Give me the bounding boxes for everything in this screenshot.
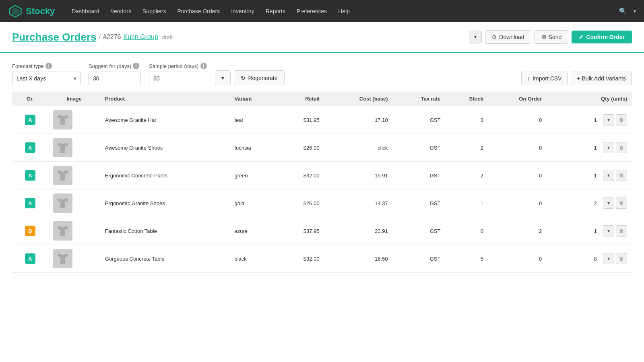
sample-period-input[interactable] — [149, 72, 201, 85]
cell-retail: $26.00 — [278, 134, 324, 162]
sample-period-info-icon[interactable]: i — [200, 63, 207, 69]
cell-on-order: 0 — [488, 245, 547, 273]
cell-variant: teal — [229, 106, 278, 134]
cell-tax-rate: GST — [393, 189, 446, 217]
nav-preferences[interactable]: Preferences — [292, 5, 332, 18]
cell-tax-rate: GST — [393, 134, 446, 162]
col-header-tax-rate: Tax rate — [393, 92, 446, 106]
nav-purchase-orders[interactable]: Purchase Orders — [172, 5, 225, 18]
product-image — [53, 249, 72, 268]
cell-stock: 2 — [445, 134, 488, 162]
group-badge: A — [25, 142, 35, 153]
qty-dropdown-button[interactable]: ▾ — [603, 225, 614, 237]
table-row: A Ergonomic Granite Shoes gold $26.00 14… — [12, 189, 632, 217]
group-badge: A — [25, 253, 35, 264]
cell-product: Fantastic Cotton Table — [100, 217, 230, 245]
cell-on-order: 0 — [488, 134, 547, 162]
col-header-product: Product — [100, 92, 230, 106]
suggest-days-info-icon[interactable]: i — [133, 63, 139, 69]
nav-suppliers[interactable]: Suppliers — [138, 5, 171, 18]
nav-help[interactable]: Help — [333, 5, 355, 18]
send-button[interactable]: ✉ Send — [535, 30, 569, 44]
filter-button[interactable]: ▼ — [215, 70, 231, 85]
user-menu-arrow[interactable]: ▾ — [634, 8, 636, 14]
regenerate-button[interactable]: ↻ Regenerate — [234, 70, 284, 85]
qty-dropdown-button[interactable]: ▾ — [603, 170, 614, 181]
cell-qty: 2 ▾ 🗑 — [547, 189, 632, 217]
cell-tax-rate: GST — [393, 106, 446, 134]
breadcrumb: Purchase Orders / #2276 Kuhn Group draft — [12, 31, 173, 43]
qty-delete-button[interactable]: 🗑 — [616, 225, 627, 237]
table-row: B Fantastic Cotton Table azure $37.95 20… — [12, 217, 632, 245]
download-button[interactable]: ⊙ Download — [485, 30, 531, 44]
cell-gr: A — [12, 245, 48, 273]
forecast-type-select-wrapper: Last X days Last 30 days Last 60 days La… — [12, 72, 80, 85]
cell-cost: 15.91 — [324, 162, 393, 189]
supplier-link[interactable]: Kuhn Group — [124, 33, 158, 41]
confirm-order-button[interactable]: ✔ Confirm Order — [572, 31, 632, 43]
product-image — [53, 221, 72, 241]
qty-delete-button[interactable]: 🗑 — [616, 197, 627, 209]
table-row: A Awesome Granite Shoes fuchsia $26.00 c… — [12, 134, 632, 162]
logo-text: Stocky — [26, 6, 55, 16]
suggest-days-label: Suggest for (days) i — [89, 63, 141, 69]
main-nav: Stocky Dashboard Vendors Suppliers Purch… — [0, 0, 644, 22]
table-row: A Ergonomic Concrete Pants green $32.00 … — [12, 162, 632, 189]
nav-inventory[interactable]: Inventory — [226, 5, 259, 18]
qty-value: 2 — [589, 200, 601, 206]
import-csv-icon: ↑ — [527, 75, 530, 82]
qty-dropdown-button[interactable]: ▾ — [603, 197, 614, 209]
cell-qty: 1 ▾ 🗑 — [547, 217, 632, 245]
cell-image — [48, 245, 100, 273]
cell-stock: 1 — [445, 189, 488, 217]
cell-image — [48, 162, 100, 189]
table-body: A Awesome Granite Hat teal $31.95 17.10 … — [12, 106, 632, 273]
cell-product: Awesome Granite Shoes — [100, 134, 230, 162]
po-number: #2276 — [103, 33, 121, 41]
download-label: Download — [499, 34, 524, 40]
qty-dropdown-button[interactable]: ▾ — [603, 114, 614, 125]
table-header: Gr. Image Product Variant Retail Cost (b… — [12, 92, 632, 106]
forecast-type-label: Forecast type i — [12, 63, 80, 69]
bulk-add-variants-button[interactable]: + Bulk Add Variants — [571, 72, 632, 85]
cell-image — [48, 134, 100, 162]
forecast-type-info-icon[interactable]: i — [45, 63, 52, 69]
nav-vendors[interactable]: Vendors — [106, 5, 136, 18]
qty-delete-button[interactable]: 🗑 — [616, 170, 627, 181]
suggest-days-input[interactable] — [89, 72, 141, 85]
more-options-button[interactable]: ▾ — [469, 31, 482, 43]
qty-dropdown-button[interactable]: ▾ — [603, 142, 614, 153]
table-row: A Awesome Granite Hat teal $31.95 17.10 … — [12, 106, 632, 134]
cell-on-order: 0 — [488, 189, 547, 217]
cell-qty: 1 ▾ 🗑 — [547, 162, 632, 189]
cell-retail: $32.00 — [278, 162, 324, 189]
send-icon: ✉ — [541, 34, 546, 40]
forecast-type-group: Forecast type i Last X days Last 30 days… — [12, 63, 80, 85]
nav-links: Dashboard Vendors Suppliers Purchase Ord… — [67, 5, 619, 18]
col-header-qty: Qty (units) — [547, 92, 632, 106]
bulk-add-label: + Bulk Add Variants — [577, 75, 626, 82]
qty-dropdown-button[interactable]: ▾ — [603, 253, 614, 264]
cell-stock: 3 — [445, 106, 488, 134]
cell-cost: 14.37 — [324, 189, 393, 217]
import-csv-button[interactable]: ↑ Import CSV — [521, 72, 568, 85]
page-title[interactable]: Purchase Orders — [12, 31, 97, 43]
cell-on-order: 0 — [488, 162, 547, 189]
logo[interactable]: Stocky — [8, 4, 55, 19]
nav-reports[interactable]: Reports — [261, 5, 290, 18]
table-actions: ↑ Import CSV + Bulk Add Variants — [521, 72, 632, 85]
qty-delete-button[interactable]: 🗑 — [616, 142, 627, 153]
product-image — [53, 193, 72, 213]
col-header-cost: Cost (base) — [324, 92, 393, 106]
products-table-wrapper: Gr. Image Product Variant Retail Cost (b… — [0, 92, 644, 273]
cell-cost: 16.50 — [324, 245, 393, 273]
qty-value: 1 — [589, 228, 601, 234]
forecast-type-select[interactable]: Last X days Last 30 days Last 60 days La… — [12, 72, 80, 85]
qty-delete-button[interactable]: 🗑 — [616, 114, 627, 125]
cell-product: Ergonomic Granite Shoes — [100, 189, 230, 217]
search-icon[interactable]: 🔍 — [619, 7, 627, 15]
product-image — [53, 110, 72, 130]
cell-retail: $26.00 — [278, 189, 324, 217]
nav-dashboard[interactable]: Dashboard — [67, 5, 104, 18]
qty-delete-button[interactable]: 🗑 — [616, 253, 627, 264]
